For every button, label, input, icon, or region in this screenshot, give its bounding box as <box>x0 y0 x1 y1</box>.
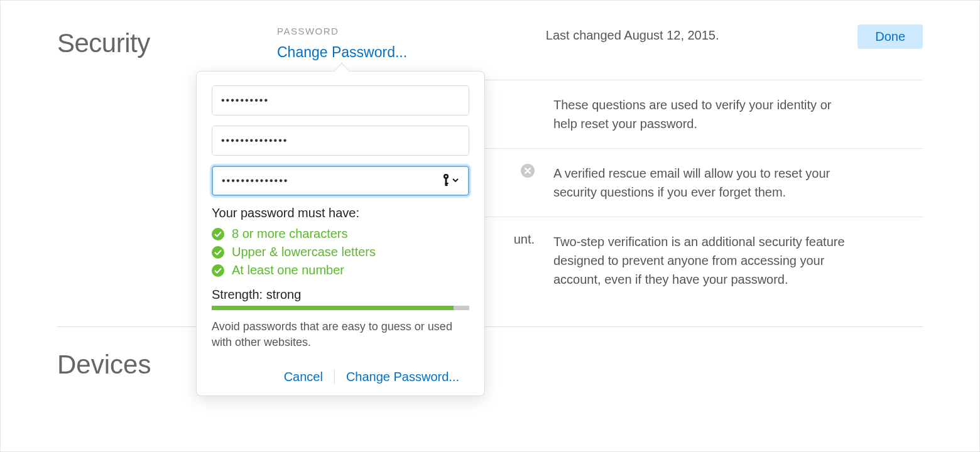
requirement-text: 8 or more characters <box>232 227 348 241</box>
clear-icon[interactable] <box>521 164 535 178</box>
svg-rect-3 <box>445 178 447 185</box>
cancel-button[interactable]: Cancel <box>273 370 334 384</box>
section-divider <box>57 326 923 327</box>
section-title-devices: Devices <box>57 350 923 380</box>
check-icon <box>212 246 224 259</box>
done-button[interactable]: Done <box>858 24 923 49</box>
requirement-text: At least one number <box>232 263 344 277</box>
two-step-info: Two-step verification is an additional s… <box>553 232 849 289</box>
current-password-input[interactable] <box>212 85 469 116</box>
change-password-button[interactable]: Change Password... <box>335 370 471 384</box>
last-changed-text: Last changed August 12, 2015. <box>546 26 719 43</box>
svg-rect-4 <box>445 183 449 184</box>
requirements-title: Your password must have: <box>212 206 469 220</box>
check-icon <box>212 228 224 240</box>
svg-point-6 <box>212 228 224 240</box>
strength-bar <box>212 306 469 310</box>
strength-label: Strength: strong <box>212 288 469 302</box>
confirm-password-input[interactable] <box>212 166 469 196</box>
requirement-item: Upper & lowercase letters <box>212 245 469 259</box>
svg-point-7 <box>212 246 224 259</box>
requirement-text: Upper & lowercase letters <box>232 245 376 259</box>
svg-rect-5 <box>445 185 448 186</box>
security-questions-info: These questions are used to verify your … <box>553 95 849 133</box>
change-password-link[interactable]: Change Password... <box>277 44 407 61</box>
requirement-item: At least one number <box>212 263 469 277</box>
svg-point-8 <box>212 264 224 277</box>
check-icon <box>212 264 224 277</box>
change-password-popover: Your password must have: 8 or more chara… <box>196 71 485 396</box>
key-icon <box>442 173 450 187</box>
twostep-left-fragment: unt. <box>514 232 535 247</box>
new-password-input[interactable] <box>212 126 469 156</box>
requirement-item: 8 or more characters <box>212 227 469 241</box>
rescue-email-info: A verified rescue email will allow you t… <box>553 164 849 202</box>
svg-point-2 <box>445 176 447 178</box>
password-heading: PASSWORD <box>277 26 407 36</box>
chevron-down-icon <box>452 176 459 184</box>
password-key-dropdown[interactable] <box>442 173 459 187</box>
section-title-security: Security <box>57 26 277 58</box>
strength-fill <box>212 306 454 310</box>
password-advice: Avoid passwords that are easy to guess o… <box>212 319 469 350</box>
